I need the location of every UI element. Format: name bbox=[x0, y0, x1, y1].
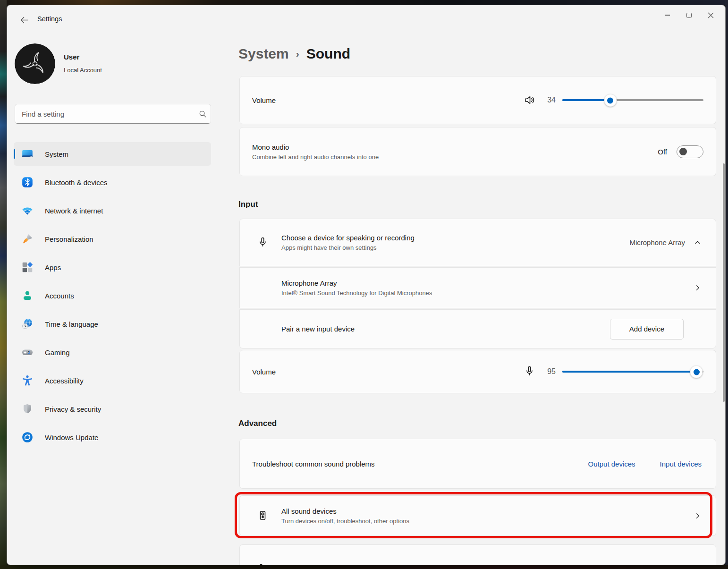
sidebar-item-personalization[interactable]: Personalization bbox=[14, 227, 211, 251]
mono-audio-row: Mono audio Combine left and right audio … bbox=[239, 127, 716, 176]
system-icon bbox=[21, 148, 34, 161]
razer-logo-avatar bbox=[15, 43, 55, 84]
breadcrumb-system[interactable]: System bbox=[238, 46, 289, 62]
troubleshoot-row: Troubleshoot common sound problems Outpu… bbox=[239, 439, 716, 489]
all-sound-devices-subtitle: Turn devices on/off, troubleshoot, other… bbox=[281, 518, 409, 525]
output-devices-link[interactable]: Output devices bbox=[588, 460, 635, 468]
search-icon bbox=[195, 110, 211, 119]
add-device-button[interactable]: Add device bbox=[610, 319, 684, 340]
back-arrow-icon bbox=[19, 15, 29, 25]
volume-mixer-title: Volume mixer bbox=[281, 563, 324, 566]
mono-audio-toggle-label: Off bbox=[658, 148, 667, 156]
microphone-array-row[interactable]: Microphone Array Intel® Smart Sound Tech… bbox=[239, 267, 716, 308]
sidebar-item-label: Accounts bbox=[45, 292, 74, 300]
back-button[interactable] bbox=[17, 14, 31, 25]
sidebar-item-accounts[interactable]: Accounts bbox=[14, 284, 211, 307]
desktop-edge-top bbox=[0, 0, 728, 5]
slider-fill bbox=[562, 371, 696, 373]
main-content: System › Sound Volume 34 Mono aud bbox=[232, 5, 726, 565]
all-sound-devices-title: All sound devices bbox=[281, 507, 409, 515]
sidebar-item-label: System bbox=[45, 150, 68, 158]
chevron-right-icon bbox=[694, 284, 702, 292]
sidebar-item-label: Personalization bbox=[45, 235, 93, 243]
sidebar-nav: System Bluetooth & devices Network & int… bbox=[14, 142, 212, 454]
bluetooth-icon bbox=[21, 176, 34, 189]
update-arrows-icon bbox=[21, 431, 34, 444]
chevron-right-icon bbox=[694, 512, 702, 520]
sidebar-item-accessibility[interactable]: Accessibility bbox=[14, 369, 211, 392]
sidebar-item-windows-update[interactable]: Windows Update bbox=[14, 425, 211, 449]
search-input[interactable] bbox=[15, 110, 195, 118]
page-title: Sound bbox=[306, 46, 350, 62]
user-account-type: Local Account bbox=[64, 67, 102, 74]
volume-mixer-row[interactable]: Volume mixer bbox=[239, 544, 716, 565]
mixer-slider-icon bbox=[257, 561, 269, 565]
gamepad-icon bbox=[21, 346, 34, 359]
choose-device-subtitle: Apps might have their own settings bbox=[281, 244, 415, 251]
sidebar-item-label: Time & language bbox=[45, 320, 98, 328]
chevron-right-icon bbox=[694, 563, 702, 566]
chevron-up-icon[interactable] bbox=[694, 238, 702, 246]
sidebar-item-apps[interactable]: Apps bbox=[14, 255, 211, 279]
breadcrumb: System › Sound bbox=[238, 46, 350, 62]
input-section-header: Input bbox=[238, 200, 258, 209]
slider-thumb[interactable] bbox=[604, 94, 617, 107]
slider-fill bbox=[562, 99, 610, 101]
troubleshoot-label: Troubleshoot common sound problems bbox=[252, 460, 375, 468]
mono-audio-title: Mono audio bbox=[252, 143, 379, 151]
advanced-section-header: Advanced bbox=[238, 419, 277, 428]
speaker-icon bbox=[524, 94, 536, 106]
sidebar-item-privacy-security[interactable]: Privacy & security bbox=[14, 397, 211, 421]
pair-device-label: Pair a new input device bbox=[281, 325, 355, 333]
input-volume-slider[interactable] bbox=[562, 365, 703, 379]
sidebar-item-label: Apps bbox=[45, 263, 61, 272]
input-volume-row: Volume 95 bbox=[239, 350, 716, 393]
slider-thumb[interactable] bbox=[690, 365, 703, 378]
wifi-icon bbox=[21, 204, 34, 217]
apps-icon bbox=[21, 261, 34, 274]
mono-audio-toggle[interactable] bbox=[677, 145, 703, 158]
person-icon bbox=[21, 289, 34, 302]
search-box[interactable] bbox=[15, 104, 211, 124]
input-volume-value: 95 bbox=[543, 367, 556, 376]
sidebar-item-gaming[interactable]: Gaming bbox=[14, 340, 211, 364]
shield-icon bbox=[21, 403, 34, 416]
desktop-edge-bottom bbox=[0, 565, 728, 569]
output-volume-label: Volume bbox=[252, 96, 276, 104]
sidebar-item-time-language[interactable]: Time & language bbox=[14, 312, 211, 336]
toggle-knob bbox=[679, 148, 687, 155]
device-description: Intel® Smart Sound Technology for Digita… bbox=[281, 289, 432, 297]
paintbrush-icon bbox=[21, 233, 34, 246]
pair-input-device-row: Pair a new input device Add device bbox=[239, 309, 716, 348]
all-sound-devices-row[interactable]: All sound devices Turn devices on/off, t… bbox=[239, 495, 716, 536]
output-volume-slider[interactable] bbox=[562, 93, 703, 107]
microphone-icon bbox=[524, 365, 536, 378]
microphone-icon bbox=[257, 237, 269, 249]
output-volume-value: 34 bbox=[543, 96, 556, 104]
avatar[interactable] bbox=[15, 43, 55, 84]
sidebar-item-system[interactable]: System bbox=[14, 142, 211, 166]
sidebar-item-label: Windows Update bbox=[45, 433, 98, 442]
sidebar-item-bluetooth-devices[interactable]: Bluetooth & devices bbox=[14, 170, 211, 194]
selected-input-device-value[interactable]: Microphone Array bbox=[629, 238, 685, 246]
input-devices-link[interactable]: Input devices bbox=[660, 460, 702, 468]
globe-clock-icon bbox=[21, 318, 34, 331]
choose-device-title: Choose a device for speaking or recordin… bbox=[281, 234, 415, 242]
breadcrumb-chevron-icon: › bbox=[296, 48, 299, 59]
mono-audio-subtitle: Combine left and right audio channels in… bbox=[252, 153, 379, 161]
accessibility-person-icon bbox=[21, 374, 34, 387]
device-name: Microphone Array bbox=[281, 279, 432, 287]
sidebar-item-label: Bluetooth & devices bbox=[45, 178, 108, 187]
settings-window: Settings User Local Account bbox=[7, 5, 726, 565]
sidebar-item-label: Accessibility bbox=[45, 377, 84, 385]
input-volume-label: Volume bbox=[252, 368, 276, 376]
scrollbar-thumb[interactable] bbox=[723, 163, 725, 402]
desktop-edge-left bbox=[0, 0, 7, 569]
user-name: User bbox=[64, 53, 79, 61]
choose-input-device-row[interactable]: Choose a device for speaking or recordin… bbox=[239, 219, 716, 266]
sidebar-item-label: Gaming bbox=[45, 348, 70, 357]
sidebar-item-label: Network & internet bbox=[45, 207, 103, 215]
output-volume-row: Volume 34 bbox=[239, 76, 716, 124]
speaker-box-icon bbox=[257, 510, 269, 522]
sidebar-item-network-internet[interactable]: Network & internet bbox=[14, 199, 211, 222]
